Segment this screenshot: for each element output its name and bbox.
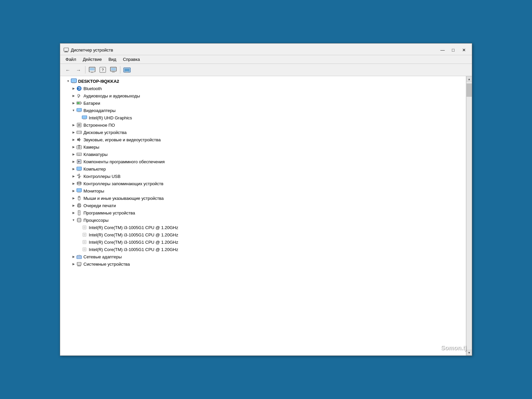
expand-battery[interactable]: ▶ — [71, 101, 76, 105]
expand-usb[interactable]: ▶ — [71, 175, 76, 178]
label-net: Сетевые адаптеры — [83, 254, 122, 259]
scroll-thumb[interactable] — [466, 83, 472, 97]
expand-monitor[interactable]: ▶ — [71, 189, 76, 193]
svg-rect-88 — [78, 211, 80, 213]
tree-item-mouse[interactable]: ▶ Мыши и иные указывающие устройства — [60, 195, 466, 202]
svg-rect-112 — [77, 256, 81, 258]
tree-item-display[interactable]: ▼ Видеоадаптеры — [60, 107, 466, 114]
expand-cpu-group[interactable]: ▼ — [71, 218, 76, 222]
expand-audio[interactable]: ▶ — [71, 94, 76, 97]
tree-item-cpu-group[interactable]: ▼ — [60, 216, 466, 224]
expand-mouse[interactable]: ▶ — [71, 197, 76, 200]
close-button[interactable]: ✕ — [459, 46, 468, 54]
svg-rect-41 — [78, 126, 79, 126]
window-controls: — □ ✕ — [438, 46, 468, 54]
cpu1-icon — [81, 224, 87, 230]
expand-software[interactable]: ▶ — [71, 160, 76, 163]
help-button[interactable]: ? — [98, 65, 108, 74]
expand-camera[interactable]: ▶ — [71, 145, 76, 149]
tree-item-disk[interactable]: ▶ Дисковые устройства — [60, 129, 466, 136]
expand-pc[interactable]: ▶ — [71, 167, 76, 171]
menu-action[interactable]: Действие — [80, 56, 104, 63]
svg-rect-2 — [64, 52, 68, 52]
expand-print[interactable]: ▶ — [71, 204, 76, 207]
tree-item-storage[interactable]: ▶ Контроллеры запоминающих устройств — [60, 180, 466, 187]
expand-storage[interactable]: ▶ — [71, 182, 76, 185]
tree-item-cpu3[interactable]: ▶ Intel(R) Core(TM) i3-1005G1 CPU @ 1.20… — [60, 238, 466, 246]
svg-point-44 — [80, 132, 81, 133]
tree-item-audio[interactable]: ▶ Аудиовходы и аудиовыходы — [60, 92, 466, 99]
tree-item-keyboard[interactable]: ▶ Клавиатуры — [60, 151, 466, 158]
root-expand-icon[interactable]: ▼ — [66, 79, 71, 83]
label-usb: Контроллеры USB — [83, 174, 120, 179]
svg-rect-6 — [91, 72, 93, 73]
scroll-track[interactable] — [466, 82, 472, 350]
svg-rect-56 — [79, 155, 79, 155]
tree-item-monitor[interactable]: ▶ Мониторы — [60, 187, 466, 195]
bluetooth-icon: ℬ — [76, 85, 82, 91]
tree-item-software[interactable]: ▶ Компоненты программного обеспечения — [60, 158, 466, 165]
tree-item-net[interactable]: ▶ Сетевые адаптеры — [60, 253, 466, 260]
menu-file[interactable]: Файл — [63, 56, 79, 63]
tree-item-sys[interactable]: ▶ Системные устройства — [60, 260, 466, 268]
tree-panel[interactable]: ▼ DESKTOP-I9QKKA2 ▶ — [60, 76, 466, 355]
tree-item-firmware[interactable]: ▶ Встроенное ПО — [60, 121, 466, 129]
tree-item-cpu4[interactable]: ▶ Intel(R) Core(TM) i3-1005G1 CPU @ 1.20… — [60, 246, 466, 253]
tree-item-uhd[interactable]: ▶ Intel(R) UHD Graphics — [60, 114, 466, 121]
svg-text:?: ? — [102, 68, 104, 72]
svg-point-49 — [79, 147, 79, 148]
tree-item-cpu1[interactable]: ▶ Intel(R) Core(TM) i3-1005G1 CPU @ 1.20… — [60, 224, 466, 231]
scrollbar-vertical[interactable]: ▲ ▼ — [466, 76, 472, 355]
label-storage: Контроллеры запоминающих устройств — [83, 181, 163, 186]
menu-view[interactable]: Вид — [106, 56, 119, 63]
expand-device[interactable]: ▶ — [71, 211, 76, 214]
expand-bluetooth[interactable]: ▶ — [71, 87, 76, 90]
sound-icon — [76, 137, 82, 143]
sys-icon — [76, 261, 82, 267]
svg-rect-55 — [77, 155, 78, 155]
label-camera: Камеры — [83, 145, 99, 150]
cpu3-icon — [81, 239, 87, 245]
svg-rect-46 — [77, 139, 78, 141]
tree-root[interactable]: ▼ DESKTOP-I9QKKA2 — [60, 77, 466, 85]
back-button[interactable]: ← — [63, 65, 73, 74]
tree-item-cpu2[interactable]: ▶ Intel(R) Core(TM) i3-1005G1 CPU @ 1.20… — [60, 231, 466, 238]
forward-button[interactable]: → — [73, 65, 83, 74]
tree-item-sound[interactable]: ▶ Звуковые, игровые и видеоустройства — [60, 136, 466, 143]
tree-item-print[interactable]: ▶ Очереди печати — [60, 202, 466, 209]
tree-item-device[interactable]: ▶ Программные устройства — [60, 209, 466, 216]
keyboard-icon — [76, 151, 82, 157]
show-devices-button[interactable] — [122, 65, 132, 74]
svg-rect-0 — [64, 48, 68, 51]
expand-sys[interactable]: ▶ — [71, 262, 76, 266]
net-icon — [76, 254, 82, 260]
tree-item-battery[interactable]: ▶ Батареи — [60, 99, 466, 107]
tree-item-pc[interactable]: ▶ Компьютер — [60, 165, 466, 173]
minimize-button[interactable]: — — [438, 46, 447, 54]
properties-button[interactable] — [87, 65, 97, 74]
svg-rect-63 — [77, 167, 81, 170]
maximize-button[interactable]: □ — [449, 46, 458, 54]
cpu4-icon — [81, 246, 87, 252]
tree-item-camera[interactable]: ▶ Камеры — [60, 143, 466, 151]
label-pc: Компьютер — [83, 167, 106, 172]
expand-display[interactable]: ▼ — [71, 109, 76, 112]
expand-net[interactable]: ▶ — [71, 255, 76, 258]
update-button[interactable] — [108, 65, 118, 74]
expand-sound[interactable]: ▶ — [71, 138, 76, 141]
label-bluetooth: Bluetooth — [83, 86, 102, 91]
label-cpu4: Intel(R) Core(TM) i3-1005G1 CPU @ 1.20GH… — [89, 247, 178, 252]
scroll-down-button[interactable]: ▼ — [466, 350, 472, 355]
svg-rect-45 — [77, 132, 79, 132]
expand-disk[interactable]: ▶ — [71, 131, 76, 134]
scroll-up-button[interactable]: ▲ — [466, 76, 472, 82]
expand-keyboard[interactable]: ▶ — [71, 153, 76, 156]
svg-rect-110 — [83, 248, 85, 250]
menu-help[interactable]: Справка — [120, 56, 143, 63]
expand-firmware[interactable]: ▶ — [71, 123, 76, 127]
svg-rect-52 — [77, 154, 78, 154]
menu-bar: Файл Действие Вид Справка — [60, 55, 472, 64]
svg-point-67 — [79, 174, 80, 175]
tree-item-usb[interactable]: ▶ Контроллеры USB — [60, 173, 466, 180]
tree-item-bluetooth[interactable]: ▶ ℬ Bluetooth — [60, 85, 466, 92]
